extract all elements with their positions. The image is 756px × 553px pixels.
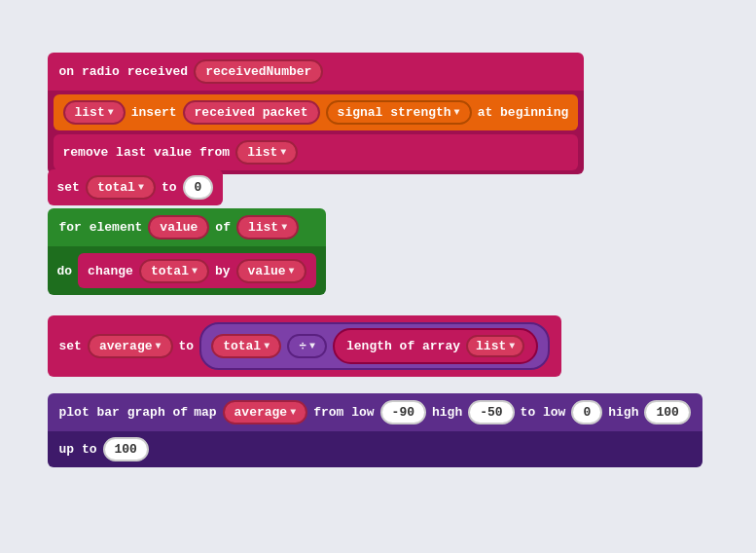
radio-received-group: on radio received receivedNumber list ▼ … — [48, 53, 585, 174]
on-radio-received-block: on radio received receivedNumber — [48, 53, 585, 91]
list-pill-1[interactable]: list ▼ — [63, 100, 126, 125]
plot-bar-block: plot bar graph of map average ▼ from low… — [48, 393, 702, 431]
list-length-pill[interactable]: list ▼ — [466, 335, 524, 357]
div-expression: total ▼ ÷ ▼ length of array list ▼ — [199, 322, 550, 370]
up-to-pill[interactable]: 100 — [103, 437, 149, 461]
on-radio-label: on radio received — [59, 64, 189, 79]
average-plot-pill[interactable]: average ▼ — [223, 400, 308, 424]
average-var-pill[interactable]: average ▼ — [88, 334, 173, 358]
remove-block: remove last value from list ▼ — [54, 134, 579, 170]
div-operator-pill[interactable]: ÷ ▼ — [287, 334, 327, 358]
set-label: set — [57, 180, 80, 195]
do-label: do — [57, 264, 73, 278]
of-label: of — [215, 220, 231, 235]
from-high-pill[interactable]: -50 — [468, 400, 514, 424]
at-beginning-label: at beginning — [478, 105, 569, 120]
do-row: do change total ▼ by value ▼ — [54, 250, 320, 291]
length-of-array-block: length of array list ▼ — [333, 328, 538, 364]
for-element-label: for element — [59, 220, 143, 235]
to-avg-label: to — [179, 339, 195, 353]
high-label: high — [432, 405, 462, 420]
map-label: map — [194, 405, 216, 420]
plot-label: plot bar graph of — [59, 405, 189, 420]
list-pill-2[interactable]: list ▼ — [235, 140, 298, 165]
insert-block: list ▼ insert received packet signal str… — [54, 94, 579, 130]
value-pill-change[interactable]: value ▼ — [236, 259, 306, 283]
insert-label: insert — [131, 105, 177, 120]
up-to-label: up to — [59, 442, 97, 457]
set-total-block: set total ▼ to 0 — [48, 169, 224, 205]
set-average-group: set average ▼ to total ▼ ÷ ▼ length of a… — [48, 315, 562, 377]
signal-strength-pill[interactable]: signal strength ▼ — [326, 100, 472, 125]
length-label: length of array — [346, 339, 460, 353]
to-low-label: to low — [521, 405, 566, 420]
received-number-pill[interactable]: receivedNumber — [194, 59, 323, 84]
total-div-pill[interactable]: total ▼ — [211, 334, 281, 358]
value-pill-loop[interactable]: value — [148, 215, 209, 240]
zero-pill[interactable]: 0 — [183, 175, 214, 200]
total-var-pill[interactable]: total ▼ — [86, 175, 156, 200]
total-pill-change[interactable]: total ▼ — [139, 259, 209, 283]
change-total-block: change total ▼ by value ▼ — [78, 253, 315, 288]
for-loop-body: do change total ▼ by value ▼ — [48, 246, 326, 295]
to-high-label: high — [608, 405, 638, 420]
set-total-group: set total ▼ to 0 — [48, 169, 224, 205]
set-average-block: set average ▼ to total ▼ ÷ ▼ length of a… — [48, 315, 562, 377]
up-to-row: up to 100 — [48, 431, 702, 467]
received-packet-pill[interactable]: received packet — [183, 100, 320, 125]
for-loop-group: for element value of list ▼ do change to… — [48, 208, 326, 295]
from-low-label: from low — [313, 405, 374, 420]
for-element-header: for element value of list ▼ — [48, 208, 326, 246]
plot-bar-group: plot bar graph of map average ▼ from low… — [48, 393, 702, 467]
workspace: on radio received receivedNumber list ▼ … — [28, 23, 729, 530]
radio-inner: list ▼ insert received packet signal str… — [48, 91, 585, 174]
list-pill-loop[interactable]: list ▼ — [236, 215, 299, 240]
remove-label: remove last value from — [63, 145, 231, 160]
from-low-pill[interactable]: -90 — [380, 400, 426, 424]
by-label: by — [215, 264, 231, 278]
to-label: to — [162, 180, 177, 195]
to-low-pill[interactable]: 0 — [571, 400, 602, 424]
set-avg-label: set — [59, 339, 82, 353]
change-label: change — [88, 264, 133, 278]
to-high-pill[interactable]: 100 — [644, 400, 690, 424]
